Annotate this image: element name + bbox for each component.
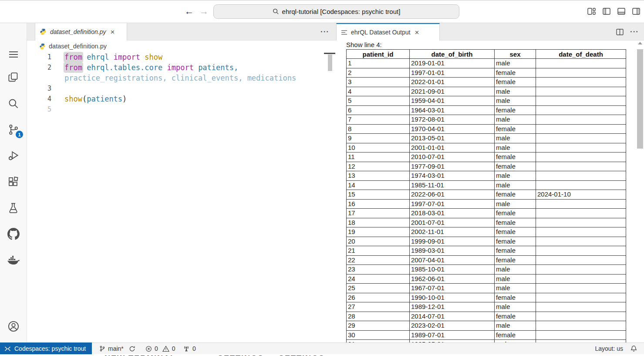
remote-indicator[interactable]: Codespaces: psychic trout (0, 342, 92, 355)
testing-flask-icon[interactable] (0, 197, 27, 218)
table-row: 292023-02-01male (347, 321, 626, 331)
toggle-panel-icon[interactable] (617, 8, 625, 15)
table-cell: 13 (347, 171, 410, 181)
table-cell (536, 302, 626, 312)
table-row: 51959-04-01male (347, 96, 626, 106)
breadcrumb[interactable]: dataset_definition.py (27, 41, 335, 52)
table-row: 152022-06-01female2024-01-10 (347, 190, 626, 200)
run-debug-icon[interactable] (0, 145, 27, 166)
close-tab-icon[interactable]: × (109, 28, 115, 36)
docker-icon[interactable] (0, 250, 27, 271)
table-cell: male (495, 115, 536, 125)
line-number: 4 (27, 94, 51, 104)
table-cell: 19 (347, 227, 410, 237)
table-cell: male (495, 265, 536, 275)
layout-indicator[interactable]: Layout: us (595, 343, 623, 354)
background-window-sliver: NEW TERMINAL SETTINGS → SETTINGS (0, 354, 644, 356)
table-cell: 26 (347, 293, 410, 302)
table-row: 261990-10-01female (347, 293, 626, 302)
github-icon[interactable] (0, 224, 27, 244)
table-cell (536, 68, 626, 78)
ehrql-output-webview: Show line 4: patient_iddate_of_birthsexd… (335, 41, 644, 342)
toggle-secondary-sidebar-icon[interactable] (632, 8, 640, 15)
table-row: 42021-09-01male (347, 87, 626, 96)
scrollbar-thumb[interactable] (637, 49, 643, 149)
source-control-icon[interactable]: 1 (0, 119, 27, 140)
more-actions-icon[interactable]: ··· (630, 27, 639, 36)
forward-arrow-icon[interactable]: → (199, 5, 209, 17)
notifications[interactable] (631, 343, 637, 354)
table-cell: male (495, 143, 536, 153)
table-row: 201999-09-01female (347, 237, 626, 246)
table-cell: 2021-09-01 (410, 87, 495, 96)
table-cell (536, 134, 626, 143)
output-actions: ··· (616, 23, 639, 41)
python-file-icon (40, 28, 47, 35)
menu-hamburger-icon[interactable] (0, 44, 27, 65)
table-cell (536, 274, 626, 284)
editor-tab-bar: dataset_definition.py × ··· (27, 23, 335, 41)
line-number: 1 (27, 52, 51, 62)
table-cell: male (495, 96, 536, 106)
editor-scrollbar[interactable] (328, 54, 332, 71)
ports-status[interactable]: 0 (183, 343, 196, 354)
status-bar: Codespaces: psychic trout main* (0, 342, 644, 354)
warnings-icon (162, 346, 169, 352)
code-editor[interactable]: 1from ehrql import show2from ehrql.table… (27, 52, 335, 342)
account-icon[interactable] (0, 316, 27, 337)
table-cell: female (495, 78, 536, 87)
show-line-heading: Show line 4: (346, 41, 382, 48)
table-cell (536, 218, 626, 227)
table-cell (536, 143, 626, 153)
table-cell (536, 162, 626, 171)
table-row: 71972-08-01male (347, 115, 626, 125)
explorer-icon[interactable] (0, 67, 27, 88)
editor-actions: ··· (320, 23, 329, 41)
code-lines: 1from ehrql import show2from ehrql.table… (27, 52, 335, 115)
table-cell: 7 (347, 115, 410, 125)
table-cell: 1964-03-01 (410, 105, 495, 115)
close-tab-icon[interactable]: × (414, 29, 420, 36)
table-cell: male (495, 134, 536, 143)
command-center-search[interactable]: ehrql-tutorial [Codespaces: psychic trou… (213, 4, 459, 19)
more-actions-icon[interactable]: ··· (320, 27, 329, 36)
editor-group: dataset_definition.py × ··· dataset_defi… (27, 23, 335, 342)
remote-label: Codespaces: psychic trout (14, 345, 86, 352)
table-cell: female (495, 162, 536, 171)
remote-icon (4, 346, 11, 352)
toggle-primary-sidebar-icon[interactable] (603, 8, 610, 15)
table-cell: 2014-07-01 (410, 312, 495, 321)
activity-bar: 1 (0, 23, 27, 342)
table-cell (536, 321, 626, 331)
tab-dataset-definition[interactable]: dataset_definition.py × (35, 23, 127, 41)
output-tab-bar: ehrQL Dataset Output × ··· (335, 23, 644, 41)
extensions-icon[interactable] (0, 171, 27, 192)
table-cell (536, 255, 626, 265)
scrollbar-up-arrow[interactable] (638, 42, 642, 44)
table-cell: male (495, 302, 536, 312)
code-line: 5 (27, 104, 335, 115)
tab-ehrql-output[interactable]: ehrQL Dataset Output × (336, 23, 440, 41)
table-row: 161997-07-01male (347, 199, 626, 209)
problems-status[interactable]: 0 0 (145, 343, 175, 354)
table-cell (536, 171, 626, 181)
split-editor-icon[interactable] (616, 29, 624, 35)
customize-layout-icon[interactable] (587, 8, 596, 15)
table-row: 12019-01-01male (347, 59, 626, 68)
code-line: 4show(patients) (27, 94, 335, 104)
table-cell: female (495, 227, 536, 237)
table-cell (536, 284, 626, 293)
table-cell: female (495, 190, 536, 200)
table-cell (536, 227, 626, 237)
branch-status[interactable]: main* (99, 343, 135, 354)
table-cell: 10 (347, 143, 410, 153)
sync-icon[interactable] (129, 346, 135, 352)
back-arrow-icon[interactable]: ← (185, 5, 194, 17)
search-sidebar-icon[interactable] (0, 93, 27, 114)
table-cell (536, 78, 626, 87)
table-cell: male (495, 284, 536, 293)
output-scrollbar[interactable] (637, 41, 643, 342)
title-bar: ← → ehrql-tutorial [Codespaces: psychic … (0, 0, 644, 23)
table-cell: 25 (347, 284, 410, 293)
table-row: 172018-03-01female (347, 209, 626, 218)
